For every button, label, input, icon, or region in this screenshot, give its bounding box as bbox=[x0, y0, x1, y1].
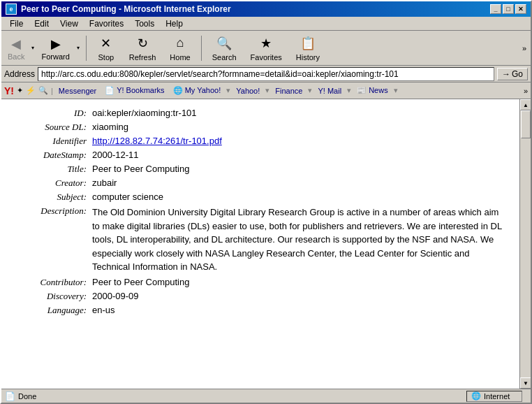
yahoo-finance[interactable]: Finance bbox=[272, 86, 305, 96]
close-button[interactable]: ✕ bbox=[515, 4, 526, 14]
toolbar-extend[interactable]: » bbox=[521, 43, 528, 54]
yahoo-search[interactable]: Yahoo! bbox=[233, 86, 263, 96]
scroll-thumb[interactable] bbox=[521, 110, 531, 138]
news-icon: 📰 bbox=[357, 86, 367, 94]
yahoo-logo: Y! bbox=[4, 85, 14, 96]
history-button[interactable]: 📋 History bbox=[290, 33, 326, 64]
refresh-button[interactable]: ↻ Refresh bbox=[123, 33, 163, 64]
bookmarks-icon: 📄 bbox=[105, 86, 114, 94]
search-button[interactable]: 🔍 Search bbox=[206, 33, 243, 64]
menu-file[interactable]: File bbox=[4, 17, 29, 30]
forward-dropdown[interactable]: ▾ bbox=[75, 33, 82, 64]
refresh-icon: ↻ bbox=[134, 35, 151, 52]
address-bar: Address → Go bbox=[1, 66, 531, 82]
menu-edit[interactable]: Edit bbox=[29, 17, 54, 30]
field-value: en-us bbox=[89, 303, 508, 317]
yahoo-mail[interactable]: Y! Mail bbox=[315, 86, 344, 96]
status-left: 📄 Done bbox=[4, 391, 36, 402]
field-value: computer science bbox=[89, 190, 508, 204]
back-dropdown[interactable]: ▾ bbox=[29, 33, 36, 64]
table-row: ID:oai:kepler/xiaoming:tr-101 bbox=[13, 106, 508, 120]
detail-table: ID:oai:kepler/xiaoming:tr-101Source DL:x… bbox=[13, 106, 508, 317]
zone-icon: 🌐 bbox=[471, 391, 481, 401]
field-value: 2000-12-11 bbox=[89, 148, 508, 162]
field-value: zubair bbox=[89, 176, 508, 190]
separator-1 bbox=[86, 36, 87, 61]
title-bar-left: e Peer to Peer Computing - Microsoft Int… bbox=[6, 3, 231, 15]
zone-panel: 🌐 Internet bbox=[466, 391, 522, 402]
yahoo-sep-4: ▾ bbox=[308, 86, 312, 95]
content-wrapper: ID:oai:kepler/xiaoming:tr-101Source DL:x… bbox=[1, 99, 531, 389]
menu-view[interactable]: View bbox=[54, 17, 84, 30]
go-button[interactable]: → Go bbox=[497, 68, 528, 80]
table-row: Subject:computer science bbox=[13, 190, 508, 204]
toolbar: ◀ Back ▾ ▶ Forward ▾ ✕ Stop ↻ Refresh ⌂ … bbox=[1, 31, 531, 66]
forward-label: Forward bbox=[41, 52, 69, 61]
status-right: 🌐 Internet bbox=[461, 391, 528, 402]
yahoo-sep-6: ▾ bbox=[394, 86, 398, 95]
yahoo-myyahoo[interactable]: 🌐 My Yahoo! bbox=[170, 85, 224, 96]
content-area: ID:oai:kepler/xiaoming:tr-101Source DL:x… bbox=[1, 99, 519, 389]
field-label: Description: bbox=[13, 204, 89, 275]
menu-favorites[interactable]: Favorites bbox=[84, 17, 129, 30]
refresh-label: Refresh bbox=[129, 53, 156, 62]
forward-button[interactable]: ▶ Forward bbox=[38, 33, 73, 64]
window-title: Peer to Peer Computing - Microsoft Inter… bbox=[21, 4, 231, 14]
yahoo-messenger[interactable]: Messenger bbox=[56, 86, 99, 96]
field-label: Contributor: bbox=[13, 275, 89, 289]
menu-help[interactable]: Help bbox=[160, 17, 189, 30]
field-label: Language: bbox=[13, 303, 89, 317]
ie-icon: e bbox=[6, 3, 17, 15]
table-row: Source DL:xiaoming bbox=[13, 120, 508, 134]
table-row: DateStamp:2000-12-11 bbox=[13, 148, 508, 162]
history-icon: 📋 bbox=[300, 35, 316, 52]
yahoo-sep-3: ▾ bbox=[265, 86, 269, 95]
yahoo-sep-5: ▾ bbox=[347, 86, 351, 95]
address-input[interactable] bbox=[38, 67, 494, 81]
separator-2 bbox=[201, 36, 202, 61]
table-row: Discovery:2000-09-09 bbox=[13, 289, 508, 303]
field-label: Subject: bbox=[13, 190, 89, 204]
back-label: Back bbox=[8, 52, 24, 61]
browser-window: e Peer to Peer Computing - Microsoft Int… bbox=[0, 0, 532, 404]
minimize-button[interactable]: _ bbox=[490, 4, 501, 14]
field-value: http://128.82.7.74:261/tr-101.pdf bbox=[89, 134, 508, 148]
table-row: Contributor:Peer to Peer Computing bbox=[13, 275, 508, 289]
maximize-button[interactable]: □ bbox=[503, 4, 514, 14]
myyahoo-icon: 🌐 bbox=[173, 86, 183, 94]
yahoo-bar-extend[interactable]: » bbox=[524, 87, 528, 95]
yahoo-bookmarks[interactable]: 📄 Y! Bookmarks bbox=[102, 85, 167, 96]
yahoo-icon-1: ✦ bbox=[17, 86, 23, 95]
back-button[interactable]: ◀ Back bbox=[4, 33, 28, 64]
menu-tools[interactable]: Tools bbox=[129, 17, 160, 30]
home-button[interactable]: ⌂ Home bbox=[163, 33, 196, 64]
scroll-down-button[interactable]: ▼ bbox=[520, 377, 531, 389]
field-label: Identifier bbox=[13, 134, 89, 148]
status-page-icon: 📄 bbox=[4, 391, 15, 402]
favorites-button[interactable]: ★ Favorites bbox=[244, 33, 288, 64]
field-value: Peer to Peer Computing bbox=[89, 162, 508, 176]
favorites-icon: ★ bbox=[258, 35, 274, 52]
field-value: 2000-09-09 bbox=[89, 289, 508, 303]
field-label: ID: bbox=[13, 106, 89, 120]
scroll-track[interactable] bbox=[520, 110, 531, 377]
field-value: The Old Dominion University Digital Libr… bbox=[89, 204, 508, 275]
forward-icon: ▶ bbox=[47, 36, 64, 52]
back-icon: ◀ bbox=[8, 36, 24, 52]
yahoo-news[interactable]: 📰 News bbox=[354, 85, 391, 96]
table-row: Language:en-us bbox=[13, 303, 508, 317]
title-bar: e Peer to Peer Computing - Microsoft Int… bbox=[1, 1, 531, 17]
field-link[interactable]: http://128.82.7.74:261/tr-101.pdf bbox=[92, 136, 222, 146]
table-row: Creator:zubair bbox=[13, 176, 508, 190]
field-label: Discovery: bbox=[13, 289, 89, 303]
scroll-up-button[interactable]: ▲ bbox=[520, 99, 531, 110]
field-value: xiaoming bbox=[89, 120, 508, 134]
stop-button[interactable]: ✕ Stop bbox=[91, 33, 121, 64]
stop-icon: ✕ bbox=[98, 35, 114, 52]
field-label: DateStamp: bbox=[13, 148, 89, 162]
menu-bar: File Edit View Favorites Tools Help bbox=[1, 17, 531, 31]
yahoo-icon-2: ⚡ bbox=[26, 86, 36, 95]
field-value: oai:kepler/xiaoming:tr-101 bbox=[89, 106, 508, 120]
search-icon: 🔍 bbox=[216, 35, 232, 52]
address-label: Address bbox=[4, 69, 35, 79]
